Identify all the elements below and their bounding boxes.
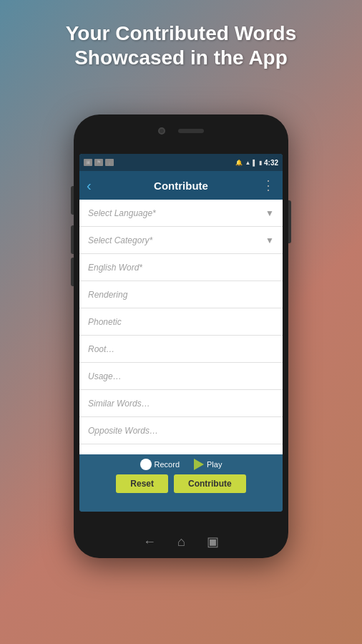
play-triangle-icon (194, 459, 204, 470)
wifi-icon: ▲ (245, 160, 250, 166)
status-right: 🔔 ▲ ▌ ▮ 4:32 (235, 159, 278, 167)
category-placeholder: Select Category* (88, 235, 152, 245)
more-button[interactable]: ⋮ (262, 177, 275, 193)
home-nav-button[interactable]: ⌂ (177, 535, 185, 550)
recent-nav-button[interactable]: ▣ (207, 534, 219, 550)
record-button[interactable]: Record (140, 459, 180, 470)
status-left: ▣ ⚑ ↓ (84, 159, 114, 166)
form-content: Select Language* ▼ Select Category* ▼ En… (79, 200, 283, 454)
english-word-field[interactable]: English Word* (79, 254, 283, 281)
phonetic-field[interactable]: Phonetic (79, 308, 283, 336)
phone-mockup: ▣ ⚑ ↓ 🔔 ▲ ▌ ▮ 4:32 ‹ Contribute ⋮ (74, 114, 288, 558)
record-play-row: Record Play (85, 459, 277, 470)
similar-words-field[interactable]: Similar Words… (79, 390, 283, 417)
reset-button[interactable]: Reset (116, 474, 168, 493)
silent-icon: 🔔 (235, 160, 243, 166)
language-field[interactable]: Select Language* ▼ (79, 200, 283, 227)
status-bar: ▣ ⚑ ↓ 🔔 ▲ ▌ ▮ 4:32 (79, 154, 283, 171)
toolbar: ‹ Contribute ⋮ (79, 171, 283, 200)
status-time: 4:32 (264, 159, 278, 167)
action-buttons: Reset Contribute (85, 474, 277, 493)
signal-icon: ▌ (253, 160, 257, 166)
record-circle-icon (140, 459, 152, 470)
category-arrow-icon: ▼ (265, 235, 274, 245)
phone-top (158, 127, 204, 135)
screen: ▣ ⚑ ↓ 🔔 ▲ ▌ ▮ 4:32 ‹ Contribute ⋮ (79, 154, 283, 512)
back-nav-button[interactable]: ← (143, 535, 156, 550)
root-field[interactable]: Root… (79, 336, 283, 363)
play-button[interactable]: Play (194, 459, 222, 470)
english-word-placeholder: English Word* (88, 263, 142, 273)
language-arrow-icon: ▼ (265, 208, 274, 218)
phonetic-placeholder: Phonetic (88, 317, 122, 327)
speaker (178, 129, 204, 133)
language-placeholder: Select Language* (88, 208, 156, 218)
similar-words-placeholder: Similar Words… (88, 399, 150, 409)
download-status-icon: ↓ (105, 159, 114, 166)
back-button[interactable]: ‹ (87, 177, 92, 194)
usage-field[interactable]: Usage… (79, 363, 283, 390)
contribute-button[interactable]: Contribute (174, 474, 246, 493)
category-field[interactable]: Select Category* ▼ (79, 227, 283, 254)
rendering-placeholder: Rendering (88, 290, 127, 300)
phone-shell: ▣ ⚑ ↓ 🔔 ▲ ▌ ▮ 4:32 ‹ Contribute ⋮ (74, 114, 288, 558)
rendering-field[interactable]: Rendering (79, 281, 283, 308)
flag-status-icon: ⚑ (94, 159, 103, 166)
play-label: Play (207, 460, 222, 469)
bottom-controls: Record Play Reset Contribute (79, 454, 283, 512)
headline: Your Contributed Words Showcased in the … (0, 21, 362, 69)
usage-placeholder: Usage… (88, 371, 122, 381)
navigation-bar: ← ⌂ ▣ (143, 534, 219, 550)
camera (158, 127, 165, 135)
opposite-words-field[interactable]: Opposite Words… (79, 417, 283, 444)
opposite-words-placeholder: Opposite Words… (88, 426, 158, 436)
headline-line1: Your Contributed Words (14, 21, 348, 46)
headline-line2: Showcased in the App (14, 46, 348, 70)
root-placeholder: Root… (88, 344, 114, 354)
record-label: Record (155, 460, 180, 469)
battery-icon: ▮ (259, 160, 262, 166)
toolbar-title: Contribute (154, 180, 208, 192)
image-status-icon: ▣ (84, 159, 92, 166)
